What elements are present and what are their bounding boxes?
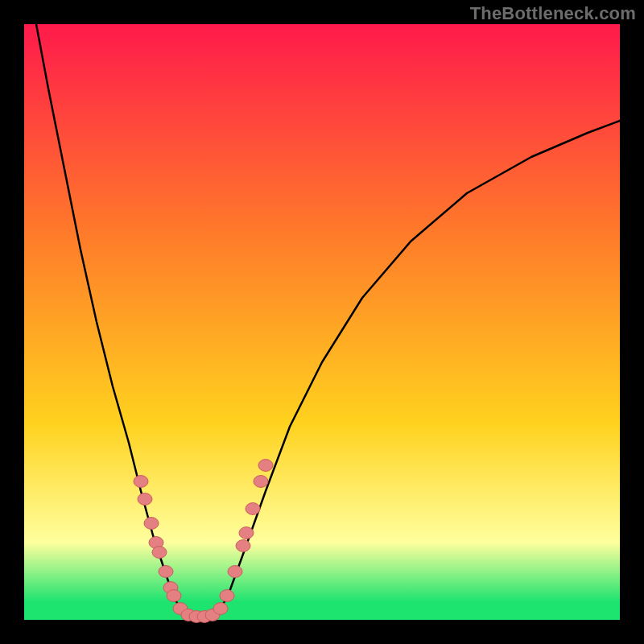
outer-frame: TheBottleneck.com	[0, 0, 644, 644]
highlight-dot	[246, 503, 260, 515]
highlight-dot	[159, 566, 173, 578]
highlight-dot	[236, 540, 250, 552]
highlight-dot	[213, 603, 228, 615]
highlight-dot	[144, 518, 159, 530]
highlight-dot	[258, 460, 273, 472]
highlight-dot	[254, 476, 268, 488]
highlight-dot	[228, 566, 242, 578]
bottleneck-curve	[36, 24, 620, 618]
highlight-dot	[239, 527, 254, 539]
highlight-dot	[134, 476, 148, 488]
highlight-dot	[138, 493, 152, 506]
watermark-text: TheBottleneck.com	[470, 3, 636, 24]
highlight-dot	[152, 547, 167, 559]
chart-svg	[24, 24, 620, 620]
highlight-dot	[167, 590, 181, 602]
highlight-dot	[220, 590, 234, 602]
